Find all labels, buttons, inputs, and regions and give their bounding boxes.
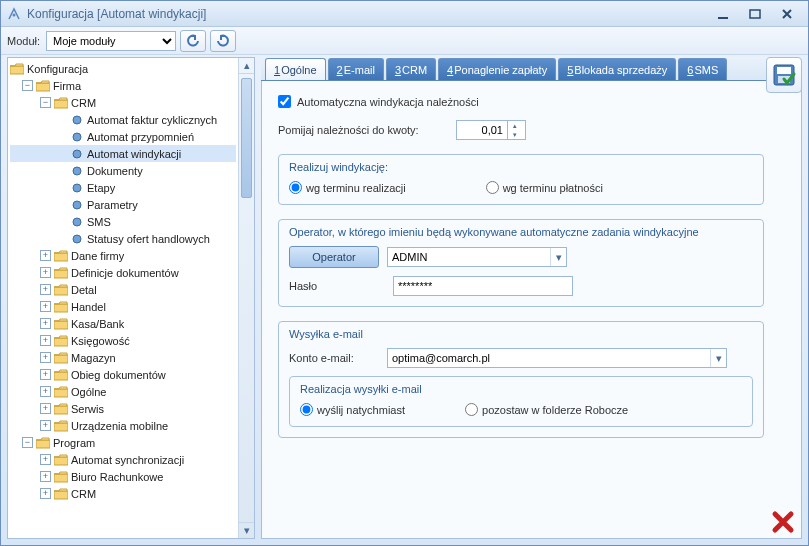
- email-delivery-legend: Realizacja wysyłki e-mail: [300, 383, 742, 395]
- tab-general[interactable]: 1Ogólne: [265, 58, 326, 80]
- expand-icon[interactable]: +: [40, 420, 51, 431]
- tree-item[interactable]: Parametry: [10, 196, 236, 213]
- module-select[interactable]: Moje moduły: [46, 31, 176, 51]
- refresh-forward-button[interactable]: [210, 30, 236, 52]
- expand-icon[interactable]: +: [40, 250, 51, 261]
- svg-marker-23: [54, 268, 67, 270]
- svg-point-16: [73, 184, 81, 192]
- tree-item[interactable]: +Serwis: [10, 400, 236, 417]
- expand-icon[interactable]: +: [40, 352, 51, 363]
- expand-icon[interactable]: +: [40, 454, 51, 465]
- expand-icon[interactable]: +: [40, 488, 51, 499]
- tree-crm[interactable]: − CRM: [10, 94, 236, 111]
- svg-marker-37: [54, 387, 67, 389]
- tree-item[interactable]: +Urządzenia mobilne: [10, 417, 236, 434]
- svg-point-17: [73, 201, 81, 209]
- maximize-button[interactable]: [744, 6, 766, 22]
- tab-reminder[interactable]: 4Ponaglenie zapłaty: [438, 58, 556, 80]
- expand-icon[interactable]: +: [40, 471, 51, 482]
- realize-by-payment-radio[interactable]: [486, 181, 499, 194]
- operator-button[interactable]: Operator: [289, 246, 379, 268]
- expand-icon[interactable]: +: [40, 335, 51, 346]
- spinner-down-icon[interactable]: ▾: [508, 130, 521, 139]
- collapse-icon[interactable]: −: [22, 437, 33, 448]
- tree-item[interactable]: +Księgowość: [10, 332, 236, 349]
- window-title: Konfiguracja [Automat windykacji]: [27, 7, 712, 21]
- tree-item[interactable]: +Kasa/Bank: [10, 315, 236, 332]
- tree-firma[interactable]: − Firma: [10, 77, 236, 94]
- spinner-up-icon[interactable]: ▴: [508, 121, 521, 130]
- folder-icon: [54, 470, 68, 484]
- svg-marker-31: [54, 336, 67, 338]
- expand-icon[interactable]: +: [40, 318, 51, 329]
- expand-icon[interactable]: +: [40, 403, 51, 414]
- svg-point-15: [73, 167, 81, 175]
- auto-collection-label: Automatyczna windykacja należności: [297, 96, 479, 108]
- refresh-back-button[interactable]: [180, 30, 206, 52]
- folder-icon: [54, 300, 68, 314]
- tab-email[interactable]: 2E-mail: [328, 58, 384, 80]
- tree-item[interactable]: +Magazyn: [10, 349, 236, 366]
- skip-amount-spinner[interactable]: ▴▾: [456, 120, 526, 140]
- operator-combo[interactable]: ADMIN ▾: [387, 247, 567, 267]
- tab-sales-block[interactable]: 5Blokada sprzedaży: [558, 58, 676, 80]
- tree-item[interactable]: Dokumenty: [10, 162, 236, 179]
- scroll-thumb[interactable]: [241, 78, 252, 198]
- svg-rect-44: [54, 457, 68, 465]
- tab-sms[interactable]: 6SMS: [678, 58, 727, 80]
- tree-root[interactable]: Konfiguracja: [10, 60, 236, 77]
- scroll-down-icon[interactable]: ▾: [239, 522, 254, 538]
- cancel-close-button[interactable]: [768, 507, 798, 537]
- tree-item[interactable]: +CRM: [10, 485, 236, 502]
- tab-crm[interactable]: 3CRM: [386, 58, 436, 80]
- close-button[interactable]: [776, 6, 798, 22]
- expand-icon[interactable]: +: [40, 369, 51, 380]
- send-immediately-radio[interactable]: [300, 403, 313, 416]
- gear-icon: [70, 164, 84, 178]
- folder-icon: [10, 62, 24, 76]
- folder-icon: [54, 334, 68, 348]
- expand-icon[interactable]: +: [40, 301, 51, 312]
- tree-item[interactable]: Automat faktur cyklicznych: [10, 111, 236, 128]
- chevron-down-icon[interactable]: ▾: [710, 349, 726, 367]
- expand-icon[interactable]: +: [40, 267, 51, 278]
- tree-item[interactable]: Etapy: [10, 179, 236, 196]
- tree-item[interactable]: Automat przypomnień: [10, 128, 236, 145]
- scroll-up-icon[interactable]: ▴: [239, 58, 254, 74]
- tree-item[interactable]: Statusy ofert handlowych: [10, 230, 236, 247]
- tree-scrollbar[interactable]: ▴ ▾: [238, 58, 254, 538]
- tree-item[interactable]: +Handel: [10, 298, 236, 315]
- tree-item[interactable]: +Detal: [10, 281, 236, 298]
- collapse-icon[interactable]: −: [40, 97, 51, 108]
- skip-amount-input[interactable]: [457, 123, 507, 137]
- realize-fieldset: Realizuj windykację: wg terminu realizac…: [278, 154, 764, 205]
- gear-icon: [70, 181, 84, 195]
- module-toolbar: Moduł: Moje moduły: [1, 27, 808, 55]
- tree-program[interactable]: − Program: [10, 434, 236, 451]
- folder-icon: [54, 402, 68, 416]
- minimize-button[interactable]: [712, 6, 734, 22]
- svg-rect-36: [54, 389, 68, 397]
- gear-icon: [70, 147, 84, 161]
- tree-item[interactable]: +Dane firmy: [10, 247, 236, 264]
- tree-item[interactable]: +Ogólne: [10, 383, 236, 400]
- realize-by-date-radio[interactable]: [289, 181, 302, 194]
- expand-icon[interactable]: +: [40, 386, 51, 397]
- expand-icon[interactable]: +: [40, 284, 51, 295]
- svg-rect-22: [54, 270, 68, 278]
- collapse-icon[interactable]: −: [22, 80, 33, 91]
- tree-item-selected[interactable]: Automat windykacji: [10, 145, 236, 162]
- tree-item[interactable]: +Definicje dokumentów: [10, 264, 236, 281]
- tree-item[interactable]: +Obieg dokumentów: [10, 366, 236, 383]
- leave-in-drafts-radio[interactable]: [465, 403, 478, 416]
- auto-collection-checkbox[interactable]: [278, 95, 291, 108]
- svg-marker-47: [54, 472, 67, 474]
- save-button[interactable]: [766, 57, 802, 93]
- svg-marker-7: [10, 64, 23, 66]
- password-input[interactable]: [393, 276, 573, 296]
- tree-item[interactable]: SMS: [10, 213, 236, 230]
- email-account-combo[interactable]: optima@comarch.pl ▾: [387, 348, 727, 368]
- tree-item[interactable]: +Automat synchronizacji: [10, 451, 236, 468]
- chevron-down-icon[interactable]: ▾: [550, 248, 566, 266]
- tree-item[interactable]: +Biuro Rachunkowe: [10, 468, 236, 485]
